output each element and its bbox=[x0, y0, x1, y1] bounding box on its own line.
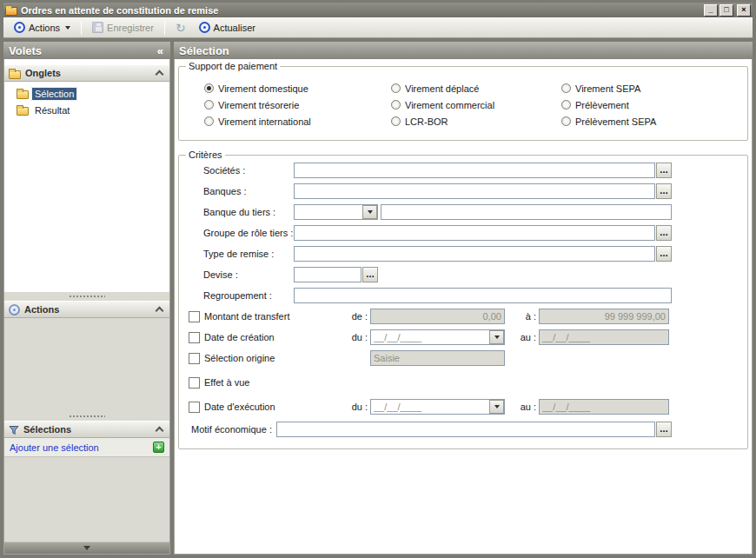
regroupement-row: Regroupement : bbox=[186, 285, 740, 306]
radio-virement-sepa[interactable]: Virement SEPA bbox=[561, 83, 740, 94]
support-paiement-group: Support de paiement Virement domestique … bbox=[178, 61, 748, 141]
radio-label: Virement international bbox=[218, 116, 311, 127]
date-execution-checkbox[interactable] bbox=[189, 402, 200, 413]
sidebar-bottom-bar[interactable] bbox=[4, 541, 169, 554]
date-execution-du-input[interactable] bbox=[371, 400, 489, 414]
radio-lcr-bor[interactable]: LCR-BOR bbox=[391, 116, 561, 127]
section-actions-label: Actions bbox=[24, 304, 152, 315]
montant-a-input[interactable] bbox=[539, 309, 669, 324]
enregistrer-button[interactable]: Enregistrer bbox=[87, 19, 159, 36]
banque-tiers-dropdown-button[interactable] bbox=[362, 205, 377, 219]
splitter-grip[interactable] bbox=[4, 292, 169, 301]
radio-label: Prélèvement SEPA bbox=[575, 116, 656, 127]
radio-label: Virement domestique bbox=[218, 83, 308, 94]
chevron-down-icon bbox=[368, 210, 373, 214]
maximize-button[interactable]: □ bbox=[720, 4, 733, 17]
selection-origine-input[interactable] bbox=[370, 350, 505, 366]
montant-checkbox[interactable] bbox=[189, 311, 200, 322]
groupe-role-input[interactable] bbox=[294, 225, 655, 241]
section-actions-header[interactable]: Actions bbox=[4, 301, 169, 318]
date-execution-au-input[interactable] bbox=[539, 399, 669, 415]
refresh-button[interactable]: ↻ bbox=[170, 19, 191, 37]
main-title: Sélection bbox=[179, 44, 747, 57]
date-creation-du-input[interactable] bbox=[371, 330, 489, 344]
groupe-role-browse-button[interactable]: … bbox=[656, 225, 672, 241]
close-button[interactable]: × bbox=[737, 4, 751, 17]
date-execution-du-combo[interactable] bbox=[370, 399, 505, 415]
selection-origine-checkbox[interactable] bbox=[189, 353, 200, 364]
radio-virement-domestique[interactable]: Virement domestique bbox=[204, 83, 391, 94]
filter-icon bbox=[9, 425, 19, 435]
radio-prelevement[interactable]: Prélèvement bbox=[561, 100, 740, 110]
radio-icon bbox=[561, 83, 571, 93]
splitter-grip[interactable] bbox=[4, 412, 169, 421]
chevron-up-icon[interactable] bbox=[156, 427, 164, 435]
radio-virement-commercial[interactable]: Virement commercial bbox=[391, 100, 561, 110]
devise-row: Devise : … bbox=[186, 264, 740, 285]
actualiser-icon bbox=[199, 22, 210, 33]
actions-menu-button[interactable]: Actions bbox=[9, 19, 76, 36]
radio-prelevement-sepa[interactable]: Prélèvement SEPA bbox=[561, 116, 740, 127]
add-selection-link[interactable]: Ajouter une sélection bbox=[10, 442, 149, 453]
sidebar-volets: Volets « Onglets Sélection bbox=[3, 42, 170, 555]
refresh-icon: ↻ bbox=[176, 22, 186, 34]
date-creation-du-combo[interactable] bbox=[370, 329, 505, 345]
main-header: Sélection bbox=[174, 42, 753, 59]
date-creation-au-input[interactable] bbox=[539, 329, 669, 345]
montant-de-input[interactable] bbox=[370, 309, 505, 324]
actions-icon bbox=[14, 22, 25, 33]
type-remise-browse-button[interactable]: … bbox=[656, 246, 672, 262]
tree-item-resultat[interactable]: Résultat bbox=[6, 102, 168, 118]
toolbar: Actions Enregistrer ↻ Actualiser bbox=[3, 17, 753, 38]
devise-input[interactable] bbox=[294, 267, 361, 282]
date-creation-du-dropdown-button[interactable] bbox=[489, 330, 504, 344]
date-creation-checkbox[interactable] bbox=[189, 332, 200, 343]
minimize-button[interactable]: _ bbox=[704, 4, 718, 17]
date-execution-du-dropdown-button[interactable] bbox=[489, 400, 504, 414]
groupe-role-label: Groupe de rôle tiers : bbox=[203, 228, 294, 238]
motif-economique-input[interactable] bbox=[276, 422, 655, 437]
radio-virement-international[interactable]: Virement international bbox=[204, 116, 391, 127]
date-execution-row: Date d'exécution du : au : bbox=[186, 396, 740, 417]
chevron-down-icon bbox=[494, 335, 500, 339]
tree-item-label: Résultat bbox=[32, 104, 72, 116]
add-selection-plus-button[interactable]: + bbox=[153, 442, 164, 453]
chevron-up-icon[interactable] bbox=[156, 70, 164, 79]
groupe-role-row: Groupe de rôle tiers : … bbox=[186, 223, 740, 243]
save-icon bbox=[92, 22, 103, 33]
app-window: Ordres en attente de constitution de rem… bbox=[0, 0, 756, 558]
onglets-tree: Sélection Résultat bbox=[4, 82, 169, 292]
date-execution-au-label: au : bbox=[505, 402, 536, 412]
radio-icon bbox=[204, 116, 214, 126]
section-selections-header[interactable]: Sélections bbox=[4, 421, 169, 438]
banque-tiers-input[interactable] bbox=[381, 204, 672, 220]
radio-icon bbox=[391, 116, 401, 126]
radio-virement-deplace[interactable]: Virement déplacé bbox=[391, 83, 561, 94]
type-remise-input[interactable] bbox=[294, 246, 655, 262]
date-creation-label: Date de création bbox=[204, 332, 333, 342]
collapse-sidebar-button[interactable]: « bbox=[156, 44, 165, 57]
chevron-up-icon[interactable] bbox=[156, 307, 164, 316]
devise-browse-button[interactable]: … bbox=[362, 267, 378, 282]
tree-item-selection[interactable]: Sélection bbox=[6, 85, 168, 102]
banques-input[interactable] bbox=[294, 183, 655, 199]
radio-virement-tresorerie[interactable]: Virement trésorerie bbox=[204, 100, 391, 110]
banques-browse-button[interactable]: … bbox=[656, 183, 672, 199]
banque-tiers-combo[interactable] bbox=[294, 204, 378, 220]
banques-label: Banques : bbox=[203, 186, 294, 196]
actualiser-button[interactable]: Actualiser bbox=[194, 19, 261, 36]
motif-economique-browse-button[interactable]: … bbox=[656, 422, 672, 437]
type-remise-label: Type de remise : bbox=[203, 249, 294, 259]
montant-label: Montant de transfert bbox=[204, 311, 333, 322]
radio-label: Virement déplacé bbox=[405, 83, 479, 94]
societes-browse-button[interactable]: … bbox=[656, 163, 672, 178]
motif-economique-row: Motif économique : … bbox=[186, 419, 740, 440]
main-body: Support de paiement Virement domestique … bbox=[174, 59, 753, 555]
section-onglets-header[interactable]: Onglets bbox=[4, 64, 169, 82]
window-title: Ordres en attente de constitution de rem… bbox=[21, 5, 700, 16]
banque-tiers-combo-input[interactable] bbox=[295, 205, 362, 219]
effet-a-vue-checkbox[interactable] bbox=[189, 377, 200, 389]
regroupement-input[interactable] bbox=[294, 288, 672, 303]
societes-input[interactable] bbox=[294, 163, 655, 178]
criteres-group: Critères Sociétés : … Banques : … bbox=[178, 149, 748, 449]
